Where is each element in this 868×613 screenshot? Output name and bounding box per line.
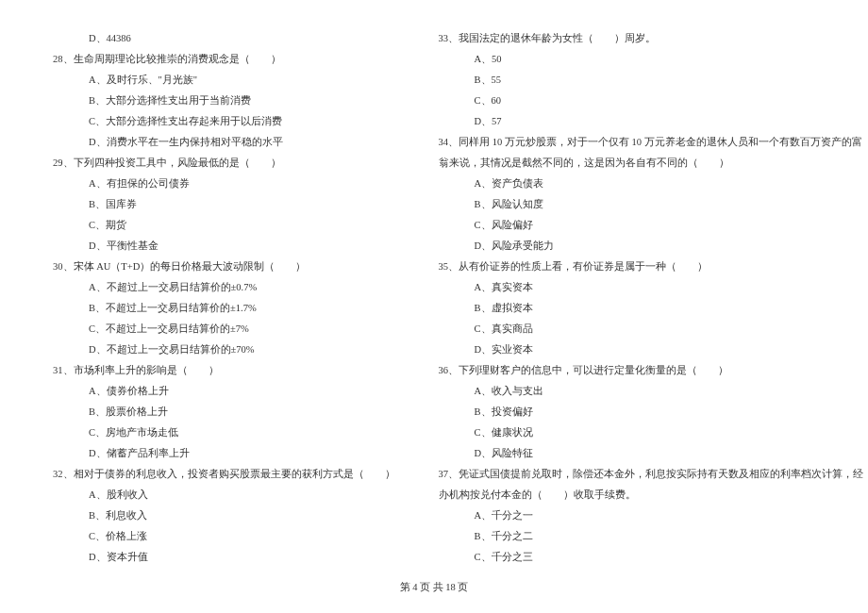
option-line: A、千分之一: [433, 505, 864, 526]
option-line: B、利息收入: [47, 505, 395, 526]
option-line: D、57: [433, 111, 864, 132]
option-line: D、平衡性基金: [47, 236, 395, 257]
option-line: A、有担保的公司债券: [47, 174, 395, 194]
option-line: C、真实商品: [433, 319, 864, 340]
question-line: 34、同样用 10 万元炒股票，对于一个仅有 10 万元养老金的退休人员和一个有…: [433, 132, 864, 153]
question-line: 32、相对于债券的利息收入，投资者购买股票最主要的获利方式是（ ）: [47, 464, 395, 485]
question-line: 33、我国法定的退休年龄为女性（ ）周岁。: [433, 28, 864, 49]
option-line: D、资本升值: [47, 547, 395, 568]
option-line: D、风险特征: [433, 443, 864, 464]
question-line: 30、宋体 AU（T+D）的每日价格最大波动限制（ ）: [47, 257, 395, 277]
option-line: C、60: [433, 91, 864, 111]
option-line: B、55: [433, 70, 864, 91]
option-line: B、投资偏好: [433, 402, 864, 422]
option-line: B、股票价格上升: [47, 402, 395, 422]
option-line: D、储蓄产品利率上升: [47, 443, 395, 464]
option-line: A、收入与支出: [433, 381, 864, 402]
option-line: C、风险偏好: [433, 215, 864, 236]
option-line: A、及时行乐、"月光族": [47, 70, 395, 91]
option-line: A、50: [433, 49, 864, 70]
question-line: 35、从有价证券的性质上看，有价证券是属于一种（ ）: [433, 257, 864, 277]
option-line: D、风险承受能力: [433, 236, 864, 257]
option-line: D、44386: [47, 28, 395, 49]
option-line: D、不超过上一交易日结算价的±70%: [47, 340, 395, 360]
option-line: B、大部分选择性支出用于当前消费: [47, 91, 395, 111]
right-column: 33、我国法定的退休年龄为女性（ ）周岁。A、50B、55C、60D、5734、…: [433, 28, 864, 566]
option-line: C、房地产市场走低: [47, 422, 395, 443]
question-line: 翁来说，其情况是截然不同的，这是因为各自有不同的（ ）: [433, 153, 864, 174]
left-column: D、4438628、生命周期理论比较推崇的消费观念是（ ）A、及时行乐、"月光族…: [47, 28, 395, 566]
option-line: B、虚拟资本: [433, 298, 864, 319]
option-line: B、不超过上一交易日结算价的±1.7%: [47, 298, 395, 319]
option-line: C、价格上涨: [47, 526, 395, 547]
question-line: 办机构按兑付本金的（ ）收取手续费。: [433, 485, 864, 505]
option-line: D、消费水平在一生内保持相对平稳的水平: [47, 132, 395, 153]
option-line: B、风险认知度: [433, 194, 864, 215]
option-line: A、股利收入: [47, 485, 395, 505]
option-line: C、千分之三: [433, 547, 864, 568]
option-line: A、资产负债表: [433, 174, 864, 194]
option-line: A、真实资本: [433, 277, 864, 298]
option-line: B、千分之二: [433, 526, 864, 547]
option-line: A、不超过上一交易日结算价的±0.7%: [47, 277, 395, 298]
question-line: 37、凭证式国债提前兑取时，除偿还本金外，利息按实际持有天数及相应的利率档次计算…: [433, 464, 864, 485]
page-footer: 第 4 页 共 18 页: [0, 581, 868, 594]
question-line: 31、市场利率上升的影响是（ ）: [47, 360, 395, 381]
question-line: 28、生命周期理论比较推崇的消费观念是（ ）: [47, 49, 395, 70]
question-line: 36、下列理财客户的信息中，可以进行定量化衡量的是（ ）: [433, 360, 864, 381]
option-line: A、债券价格上升: [47, 381, 395, 402]
option-line: C、健康状况: [433, 422, 864, 443]
content-area: D、4438628、生命周期理论比较推崇的消费观念是（ ）A、及时行乐、"月光族…: [47, 28, 821, 566]
option-line: B、国库券: [47, 194, 395, 215]
option-line: C、大部分选择性支出存起来用于以后消费: [47, 111, 395, 132]
option-line: D、实业资本: [433, 340, 864, 360]
option-line: C、不超过上一交易日结算价的±7%: [47, 319, 395, 340]
option-line: C、期货: [47, 215, 395, 236]
question-line: 29、下列四种投资工具中，风险最低的是（ ）: [47, 153, 395, 174]
